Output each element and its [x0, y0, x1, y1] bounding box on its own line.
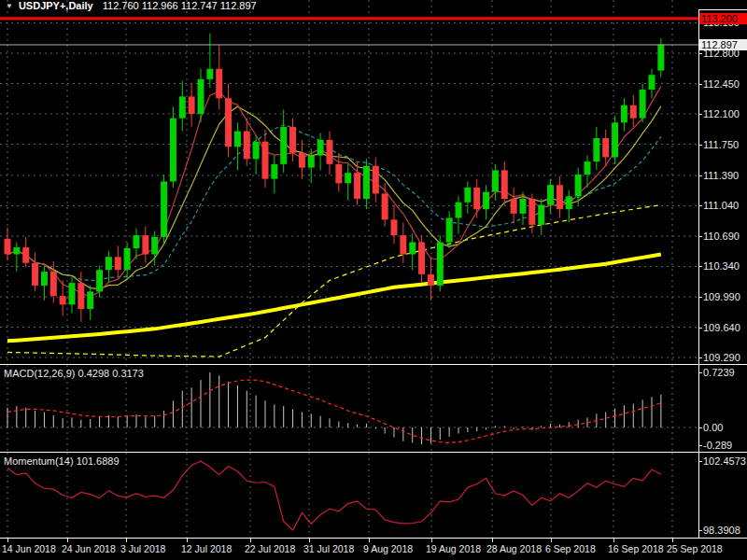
pane-separator[interactable] [0, 452, 747, 453]
time-tick [613, 539, 614, 542]
axis-tick [698, 114, 702, 115]
bull-candle [437, 235, 444, 291]
axis-tick [698, 175, 702, 176]
bear-candle [189, 84, 195, 127]
time-axis-label: 12 Jul 2018 [181, 543, 232, 554]
time-tick [250, 539, 251, 542]
bull-candle [648, 69, 655, 99]
time-tick [309, 539, 310, 542]
price-axis-label: 110.690 [703, 231, 740, 242]
symbol-dropdown-icon[interactable]: ▼ [6, 0, 13, 12]
bear-candle [261, 130, 268, 188]
time-axis-label: 19 Aug 2018 [426, 543, 481, 554]
time-axis-label: 3 Jul 2018 [120, 543, 165, 554]
time-tick [126, 539, 127, 542]
bull-candle [179, 81, 186, 132]
macd-main-value: 0.4298 [78, 368, 109, 379]
bull-candle [621, 98, 627, 131]
time-tick [492, 539, 493, 542]
pane-separator[interactable] [0, 364, 747, 365]
bear-candle [354, 161, 360, 204]
bear-candle [473, 179, 480, 218]
momentum-axis-label: 102.4573 [703, 455, 746, 467]
price-axis-label: 111.040 [703, 200, 739, 211]
time-axis-label: 25 Sep 2018 [667, 543, 723, 554]
macd-signal-value: 0.3173 [112, 368, 144, 379]
pane-separator[interactable] [0, 538, 747, 539]
bull-candle [345, 164, 351, 201]
bull-candle [271, 156, 277, 194]
bull-candle [87, 286, 93, 320]
price-axis-label: 110.340 [703, 260, 740, 272]
bull-candle [483, 185, 489, 219]
price-axis-label: 111.390 [703, 170, 739, 181]
bear-candle [428, 257, 434, 300]
bear-candle [373, 157, 379, 202]
momentum-value: 101.6889 [77, 455, 120, 467]
axis-tick [698, 145, 702, 146]
momentum-indicator-label: Momentum(14) 101.6889 [4, 455, 120, 467]
time-tick [7, 539, 8, 542]
axis-tick [698, 53, 702, 54]
bear-candle [78, 272, 84, 322]
level-price-box: 113.200 [699, 13, 747, 24]
bear-candle [602, 130, 609, 166]
axis-tick [698, 461, 702, 462]
ohlc-values: 112.760 112.966 112.747 112.897 [103, 0, 257, 11]
time-tick [431, 539, 432, 542]
bull-candle [197, 69, 204, 123]
macd-indicator-label: MACD(12,26,9) 0.4298 0.3173 [4, 368, 144, 379]
time-tick [551, 539, 552, 542]
bear-candle [115, 245, 121, 276]
bear-candle [511, 188, 517, 222]
axis-tick [698, 205, 702, 206]
bull-candle [124, 242, 131, 278]
axis-tick [698, 266, 702, 267]
bull-candle [446, 211, 453, 248]
bear-candle [557, 176, 563, 218]
macd-axis-label: 0.7239 [703, 367, 735, 378]
main-chart[interactable] [0, 0, 698, 364]
price-axis-label: 112.100 [703, 108, 740, 119]
time-axis-label: 28 Aug 2018 [486, 543, 542, 554]
title-bar: ▼USDJPY+,Daily112.760 112.966 112.747 11… [0, 0, 698, 12]
time-axis-label: 24 Jun 2018 [62, 543, 116, 554]
axis-tick [698, 427, 702, 428]
macd-signal-line [7, 380, 661, 442]
bear-candle [216, 45, 222, 110]
time-tick [369, 539, 370, 542]
bull-candle [538, 199, 544, 235]
chart-title: USDJPY+,Daily [19, 0, 93, 11]
bull-candle [455, 196, 461, 233]
bear-candle [22, 237, 29, 268]
bull-candle [280, 109, 287, 173]
bull-candle [409, 233, 416, 270]
axis-top-border [698, 9, 747, 10]
bull-candle [612, 116, 618, 164]
price-axis-label: 109.640 [703, 322, 740, 333]
price-axis-label: 111.750 [703, 139, 739, 150]
bid-price-box: 112.897 [699, 39, 747, 50]
bull-candle [253, 135, 260, 175]
price-axis-border [698, 9, 699, 538]
bear-candle [418, 235, 425, 283]
bull-candle [68, 277, 75, 314]
axis-tick [698, 236, 702, 237]
bull-candle [308, 148, 315, 183]
bull-candle [566, 190, 572, 222]
price-axis-label: 112.450 [703, 78, 740, 90]
time-axis-label: 22 Jul 2018 [245, 543, 295, 554]
momentum-line [7, 461, 661, 530]
bull-candle [170, 107, 176, 188]
axis-tick [698, 84, 702, 85]
axis-tick [698, 372, 702, 373]
axis-tick [698, 357, 702, 358]
price-axis-label: 109.290 [703, 352, 740, 363]
axis-tick [698, 328, 702, 329]
time-axis-label: 6 Sep 2018 [545, 543, 596, 554]
bull-candle [593, 127, 599, 170]
momentum-axis-label: 98.3908 [703, 525, 740, 536]
bull-candle [234, 122, 241, 170]
bear-candle [326, 132, 332, 175]
macd-axis-label: -0.289 [703, 440, 732, 451]
